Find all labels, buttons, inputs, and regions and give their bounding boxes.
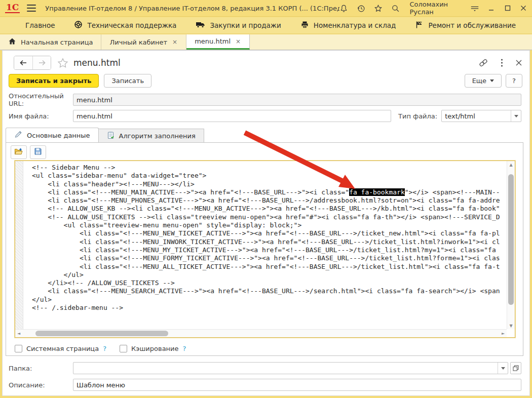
notifications-bell-icon[interactable] <box>339 4 348 13</box>
section-purchases-sales[interactable]: Закупки и продажи <box>188 17 288 33</box>
search-icon[interactable] <box>391 4 400 13</box>
home-icon <box>8 37 16 47</box>
close-form-icon[interactable] <box>515 59 522 66</box>
chevron-down-icon[interactable] <box>511 110 521 122</box>
history-icon[interactable] <box>357 4 365 13</box>
section-nomenclature-stock[interactable]: Номенклатура и склад <box>293 17 403 33</box>
close-window-button[interactable] <box>520 4 527 13</box>
more-button[interactable]: Еще <box>465 74 502 88</box>
floppy-disk-icon <box>34 147 42 157</box>
file-name-label: Имя файла: <box>9 112 73 120</box>
section-employees[interactable]: Сотрудники <box>528 17 532 33</box>
open-pages-tabbar: Начальная страница Личный кабинет × menu… <box>0 34 532 50</box>
editor-toolbar <box>11 145 46 159</box>
vertical-scroll-thumb[interactable] <box>508 174 514 305</box>
flags-row: Системная страница ? Кэширование ? <box>15 345 186 352</box>
save-file-button[interactable] <box>30 145 46 159</box>
titlebar: 1С Управление IT-отделом 8 / Управление … <box>0 0 532 17</box>
vertical-scrollbar[interactable]: ▲ ▼ <box>507 161 515 329</box>
system-page-help-link[interactable]: ? <box>103 345 106 352</box>
tab-main-data[interactable]: Основные данные <box>6 128 99 143</box>
window-title: Управление IT-отделом 8 / Управление IT-… <box>45 5 339 12</box>
scroll-right-arrow[interactable]: ► <box>500 330 507 337</box>
back-button[interactable] <box>14 56 32 69</box>
description-row: Описание: Шаблон меню <box>9 379 521 391</box>
help-button[interactable]: ? <box>506 74 522 88</box>
printer-icon <box>300 21 309 30</box>
tab-home-page[interactable]: Начальная страница <box>0 34 101 50</box>
file-type-combo[interactable]: text/html <box>441 110 521 122</box>
relative-url-row: Относительный URL: menu.html <box>9 94 521 106</box>
minimize-button[interactable] <box>488 4 495 13</box>
get-link-icon[interactable] <box>478 58 488 67</box>
checkered-flag-icon <box>415 21 424 30</box>
tab-menu-html[interactable]: menu.html × <box>186 34 250 50</box>
save-button[interactable]: Записать <box>104 74 151 88</box>
description-label: Описание: <box>9 381 73 389</box>
close-tab-icon[interactable]: × <box>172 38 178 46</box>
relative-url-label: Относительный URL: <box>9 92 73 107</box>
relative-url-field[interactable]: menu.html <box>73 94 521 106</box>
caching-checkbox[interactable] <box>120 345 127 352</box>
app-window: 1С Управление IT-отделом 8 / Управление … <box>0 0 532 398</box>
form-tabstrip: Основные данные Алгоритм заполнения <box>6 128 204 143</box>
caching-label: Кэширование <box>131 345 179 352</box>
horizontal-scroll-thumb[interactable] <box>35 331 168 336</box>
save-and-close-button[interactable]: Записать и закрыть <box>9 74 99 88</box>
tab-personal-cabinet[interactable]: Личный кабинет × <box>101 34 186 50</box>
sections-panel: Главное Техническая поддержка Закупки и … <box>0 17 532 34</box>
chevron-down-icon[interactable] <box>498 363 508 374</box>
horizontal-scrollbar[interactable]: ◄ ► <box>15 329 507 337</box>
file-name-row: Имя файла: menu.html Тип файла: text/htm… <box>9 110 521 122</box>
truck-icon <box>196 21 205 30</box>
maximize-button[interactable] <box>504 4 511 13</box>
caching-help-link[interactable]: ? <box>183 345 186 352</box>
current-user-name[interactable]: Соломахин Руслан <box>409 1 461 16</box>
form-content: menu.html Записать и закрыть Записать Ещ… <box>2 50 530 396</box>
folder-combo[interactable] <box>73 362 508 374</box>
chevron-down-icon <box>490 79 494 82</box>
folder-choose-button[interactable] <box>510 362 521 374</box>
code-editor[interactable]: <!-- Sidebar Menu --><ul class="sidebar-… <box>15 161 515 338</box>
caching-checkbox-item: Кэширование ? <box>120 345 186 352</box>
pencil-icon <box>14 131 23 140</box>
section-tech-support[interactable]: Техническая поддержка <box>67 17 183 33</box>
scroll-down-arrow[interactable]: ▼ <box>507 322 515 329</box>
section-repair-maintenance[interactable]: Ремонт и обслуживание <box>408 17 523 33</box>
folder-open-icon <box>14 147 23 157</box>
system-page-checkbox-item: Системная страница ? <box>15 345 106 352</box>
close-tab-icon[interactable]: × <box>235 38 241 45</box>
tab-fill-algorithm[interactable]: Алгоритм заполнения <box>99 129 204 143</box>
description-field[interactable]: Шаблон меню <box>73 379 521 391</box>
folder-label: Папка: <box>9 365 73 372</box>
page-title: menu.html <box>73 58 121 68</box>
forward-button[interactable] <box>32 56 51 69</box>
folder-row: Папка: <box>9 362 521 374</box>
lifebuoy-icon <box>74 20 83 30</box>
system-page-label: Системная страница <box>26 345 99 352</box>
main-menu-icon[interactable] <box>27 5 36 12</box>
service-menu-icon[interactable] <box>470 4 479 13</box>
file-name-field[interactable]: menu.html <box>73 110 391 122</box>
file-type-label: Тип файла: <box>391 112 441 120</box>
section-main[interactable]: Главное <box>18 17 62 33</box>
favorites-star-icon[interactable] <box>374 4 383 13</box>
scroll-left-arrow[interactable]: ◄ <box>15 330 22 337</box>
import-file-button[interactable] <box>11 145 27 159</box>
more-kebab-icon[interactable] <box>501 58 503 67</box>
scroll-up-arrow[interactable]: ▲ <box>507 161 515 168</box>
code-lines[interactable]: <!-- Sidebar Menu --><ul class="sidebar-… <box>24 161 506 329</box>
editor-gutter <box>15 161 23 329</box>
clipboard-check-icon <box>107 131 115 141</box>
system-page-checkbox[interactable] <box>15 345 22 352</box>
favorite-star-icon[interactable] <box>57 58 68 68</box>
form-header: menu.html <box>14 55 522 70</box>
1c-logo: 1С <box>5 3 20 13</box>
form-actions: Записать и закрыть Записать Еще ? <box>9 73 522 88</box>
